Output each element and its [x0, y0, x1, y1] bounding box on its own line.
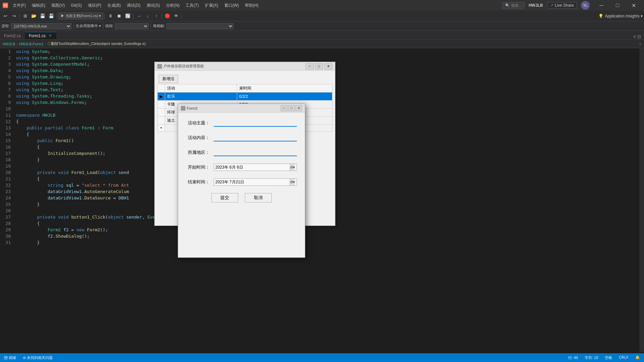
form2-restore[interactable]: □	[288, 105, 295, 111]
main-toolbar: ↩ ↪ ⊞ 📂 💾 💾 ▶ 当前文档(Form1.cs) ▾ ⏸ ⏹ 🔄 → ↓…	[0, 11, 644, 21]
menu-debug[interactable]: 调试(D)	[124, 1, 143, 10]
tab-form1cs-label: Form1.cs	[29, 34, 46, 38]
code-editor[interactable]: 12345 678910 1112131415 1617181920 21222…	[0, 48, 644, 352]
menu-extend[interactable]: 扩展(X)	[202, 1, 221, 10]
main-area: 12345 678910 1112131415 1617181920 21222…	[0, 48, 644, 352]
menu-view[interactable]: 视图(V)	[49, 1, 67, 10]
tab-form2cs-label: Form2.cs	[4, 34, 21, 38]
app-insights-btn[interactable]: 💡 Application Insights ▾	[598, 14, 643, 18]
end-time-label: 结束时间：	[186, 179, 210, 185]
start-time-picker[interactable]: 2023年 6月 6日 ▾	[214, 164, 297, 171]
lifecycle-dropdown[interactable]: 生命周期事件 ▾	[76, 23, 101, 28]
toolbar-pause[interactable]: ⏸	[106, 12, 114, 20]
toolbar-restart[interactable]: 🔄	[124, 12, 132, 20]
toolbar-sep2	[57, 13, 57, 19]
activity-theme-input[interactable]	[214, 119, 297, 127]
debug-sep2	[103, 23, 103, 29]
status-notification[interactable]: 🔔	[634, 355, 641, 360]
form2-dialog[interactable]: Form2 ─ □ ✕ 活动主题： 活动内容：	[178, 104, 305, 258]
close-button[interactable]: ✕	[626, 0, 641, 11]
tab-form2cs[interactable]: Form2.cs	[0, 32, 25, 39]
toolbar-open[interactable]: 📂	[30, 12, 38, 20]
menu-file[interactable]: 文件(F)	[10, 1, 29, 10]
toolbar-stop[interactable]: ⏹	[115, 12, 123, 20]
activity-theme-label: 活动主题：	[186, 120, 210, 126]
calendar-icon	[290, 166, 293, 169]
app-icon: VS	[3, 3, 8, 8]
menu-git[interactable]: Git(G)	[68, 2, 85, 9]
status-line[interactable]: 行: 49	[567, 355, 579, 360]
tab-form1cs-close[interactable]: ✕	[48, 34, 52, 38]
toolbar-save[interactable]: 💾	[39, 12, 47, 20]
cancel-button[interactable]: 取消	[245, 193, 272, 202]
region-input[interactable]	[214, 149, 297, 156]
process-select[interactable]: [18780] HWJLB.exe	[11, 23, 71, 29]
start-time-row: 开始时间： 2023年 6月 6日 ▾	[186, 164, 297, 171]
breadcrumb-namespace[interactable]: HWJLB	[3, 42, 15, 46]
menu-edit[interactable]: 编辑(E)	[29, 1, 48, 10]
form2-buttons: 提交 取消	[186, 193, 297, 202]
toolbar-redo[interactable]: ↪	[10, 12, 18, 20]
thread-label: 线程:	[105, 23, 114, 28]
end-time-picker[interactable]: 2023年 7月21日 ▾	[214, 178, 297, 186]
toolbar-step-over[interactable]: →	[135, 12, 143, 20]
breadcrumb-class[interactable]: HWJLB.Form1	[19, 42, 43, 46]
toolbar-breakpoint[interactable]: 🔴	[163, 12, 171, 20]
live-share-button[interactable]: ↗ Live Share	[547, 2, 577, 9]
toolbar-step-into[interactable]: ↓	[144, 12, 152, 20]
search-placeholder: 搜索...	[511, 3, 522, 8]
end-time-dropdown-btn[interactable]: ▾	[290, 179, 295, 185]
menu-build[interactable]: 生成(B)	[105, 1, 123, 10]
tab-bar-right: ≡ ⊟	[633, 34, 644, 39]
region-row: 所属地区：	[186, 149, 297, 156]
breadcrumb-sep1: ›	[16, 42, 18, 46]
target-selector[interactable]: ▶ 当前文档(Form1.cs) ▾	[58, 12, 103, 19]
minimize-button[interactable]: ─	[594, 0, 609, 11]
menu-test[interactable]: 测试(S)	[144, 1, 163, 10]
menu-tools[interactable]: 工具(T)	[183, 1, 201, 10]
activity-content-row: 活动内容：	[186, 134, 297, 141]
toolbar-undo[interactable]: ↩	[1, 12, 9, 20]
thread-select[interactable]	[115, 23, 149, 29]
status-column[interactable]: 字符: 10	[583, 355, 599, 360]
menu-window[interactable]: 窗口(W)	[222, 1, 241, 10]
code-text[interactable]: using System; using System.Collections.G…	[13, 48, 639, 352]
activity-content-label: 活动内容：	[186, 135, 210, 141]
status-git[interactable]: 戀 就绪	[3, 355, 17, 360]
window-controls: ─ □ ✕	[594, 0, 641, 11]
menu-project[interactable]: 项目(P)	[85, 1, 104, 10]
tab-form1cs[interactable]: Form1.cs ✕	[25, 32, 56, 39]
tab-split-btn[interactable]: ⊟	[637, 34, 641, 39]
vertical-scrollbar[interactable]	[639, 48, 644, 352]
toolbar-save-all[interactable]: 💾	[47, 12, 55, 20]
toolbar-watch[interactable]: 👁	[172, 12, 180, 20]
region-label: 所属地区：	[186, 149, 210, 156]
start-time-label: 开始时间：	[186, 164, 210, 170]
toolbar-step-out[interactable]: ↑	[152, 12, 160, 20]
add-tab-btn[interactable]: +	[639, 42, 641, 46]
process-label: 进程:	[1, 23, 10, 28]
form2-body: 活动主题： 活动内容： 所属地区： 开始时间： 2023年 6月	[178, 113, 305, 209]
submit-button[interactable]: 提交	[211, 193, 238, 202]
activity-content-input[interactable]	[214, 134, 297, 141]
breadcrumb-method[interactable]: ◇删除ToolStripMenuItem_Click(object sender…	[47, 41, 146, 46]
calendar-icon2	[290, 181, 293, 183]
toolbar-new[interactable]: ⊞	[21, 12, 29, 20]
status-problems[interactable]: ⊘ 未找到相关问题	[21, 355, 54, 360]
start-time-dropdown-btn[interactable]: ▾	[290, 164, 295, 171]
form2-close[interactable]: ✕	[296, 105, 302, 111]
status-bar: 戀 就绪 ⊘ 未找到相关问题 行: 49 字符: 10 空格 CRLF 🔔	[0, 353, 644, 362]
user-avatar[interactable]: YL	[581, 1, 590, 10]
restore-button[interactable]: □	[610, 0, 625, 11]
form2-minimize[interactable]: ─	[281, 105, 287, 111]
menu-help[interactable]: 帮助(H)	[242, 1, 261, 10]
app-insights-icon: 💡	[598, 14, 603, 18]
menu-analyze[interactable]: 分析(N)	[163, 1, 182, 10]
stackframe-select[interactable]	[166, 23, 233, 29]
form2-titlebar[interactable]: Form2 ─ □ ✕	[178, 104, 305, 113]
status-spaces[interactable]: 空格	[603, 355, 613, 360]
status-encoding[interactable]: CRLF	[618, 355, 630, 360]
toolbar-sep6	[181, 13, 182, 19]
target-selector-label: ▶ 当前文档(Form1.cs) ▾	[61, 13, 101, 18]
tab-list-btn[interactable]: ≡	[633, 34, 636, 39]
